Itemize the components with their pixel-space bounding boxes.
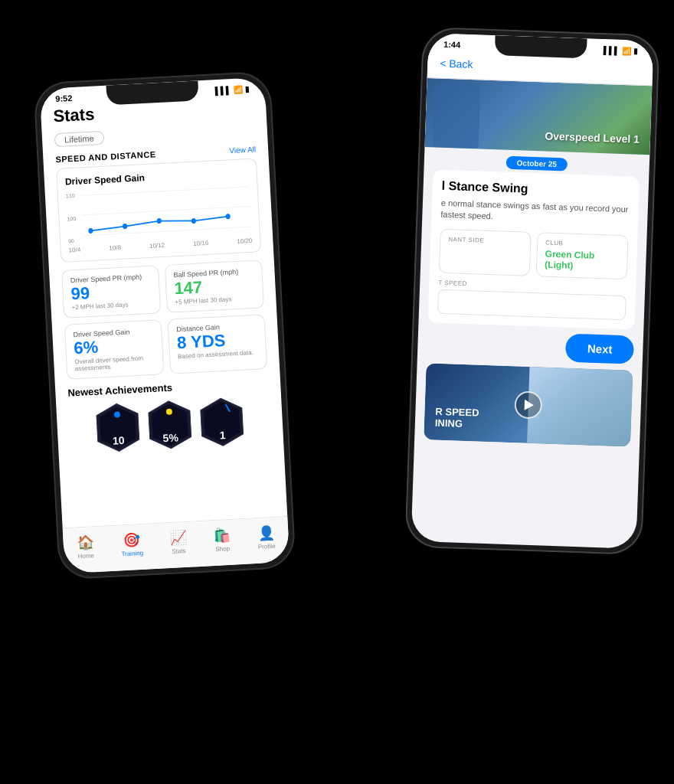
tab-shop-label: Shop [215,545,230,553]
phone2-notch [495,35,587,58]
workout-title: l Stance Swing [441,179,630,200]
stats-grid: Driver Speed PR (mph) 99 +2 MPH last 30 … [61,260,267,380]
club-value: Green Club (Light) [545,248,620,272]
svg-line-1 [82,206,250,215]
tab-home[interactable]: 🏠 Home [77,534,95,560]
video-card[interactable]: R SPEED INING [424,363,633,446]
play-triangle-icon [525,400,534,410]
hero-banner: Overspeed Level 1 [424,78,652,155]
svg-line-0 [81,187,250,196]
phone2-scroll-content: Overspeed Level 1 October 25 l Stance Sw… [414,78,653,453]
tab-stats-label: Stats [172,547,186,555]
ball-speed-pr-card: Ball Speed PR (mph) 147 +5 MPH last 30 d… [165,260,264,313]
training-icon: 🎯 [123,531,140,549]
badges-row: 10 5% [68,394,271,456]
dominant-side-label: nant side [448,236,522,245]
home-icon: 🏠 [77,534,94,551]
chart-y-labels: 110 100 90 [66,191,77,246]
driver-speed-pr-card: Driver Speed PR (mph) 99 +2 MPH last 30 … [61,265,161,318]
badge-10-value: 10 [113,434,125,447]
tab-stats[interactable]: 📈 Stats [169,529,188,555]
club-field[interactable]: CLUB Green Club (Light) [536,232,629,279]
wifi-icon: 📶 [234,85,244,94]
phone2-training: 1:44 ▌▌▌ 📶 ▮ < Back Overspeed Level 1 Oc… [404,27,660,555]
video-overlay-text: R SPEED INING [435,405,479,430]
speed-section-title: SPEED AND DISTANCE [55,149,156,164]
svg-point-7 [225,214,230,219]
tab-profile-label: Profile [258,543,276,550]
tab-shop[interactable]: 🛍️ Shop [213,527,231,553]
badge-5pct-value: 5% [162,431,178,444]
distance-value: 8 YDS [177,331,258,351]
phone1-time: 9:52 [55,93,73,103]
club-label: CLUB [545,239,620,248]
workout-fields: nant side CLUB Green Club (Light) [439,229,629,280]
hero-golfer-silhouette [432,82,480,149]
battery-icon: ▮ [245,84,250,93]
phone1-tabbar: 🏠 Home 🎯 Training 📈 Stats 🛍️ Shop 👤 Prof… [63,516,290,573]
phone2-wifi-icon: 📶 [622,46,631,54]
speed-field: t Speed [437,279,627,320]
shop-icon: 🛍️ [213,527,231,544]
video-text-line1: R SPEED [435,405,479,418]
svg-point-3 [88,228,93,234]
badge-1-value: 1 [219,429,226,441]
svg-point-5 [157,218,162,224]
dominant-side-value [448,245,522,247]
phone2-signal-icon: ▌▌▌ [604,46,620,55]
svg-point-6 [191,218,196,224]
next-button[interactable]: Next [565,333,634,364]
lifetime-filter[interactable]: Lifetime [54,131,104,147]
stats-icon: 📈 [169,529,187,547]
phone2-status-icons: ▌▌▌ 📶 ▮ [604,46,639,56]
driver-gain-value: 6% [74,336,155,357]
hero-title: Overspeed Level 1 [545,129,640,145]
profile-icon: 👤 [257,524,275,542]
dominant-side-field[interactable]: nant side [439,229,532,276]
golfer-image [527,367,633,447]
next-button-row: Next [427,328,634,364]
back-button[interactable]: < Back [440,57,473,70]
video-background: R SPEED INING [424,363,633,446]
badge-5pct: 5% [146,398,193,451]
workout-card: l Stance Swing e normal stance swings as… [427,169,640,329]
svg-point-4 [123,224,127,229]
badge-10: 10 [94,401,141,454]
video-text-line2: INING [435,417,463,430]
tab-training-label: Training [121,550,143,557]
phone1-stats: 9:52 ▌▌▌ 📶 ▮ Stats Lifetime SPEED AND DI… [33,70,296,580]
phone2-time: 1:44 [443,40,460,50]
phone2-battery-icon: ▮ [633,47,638,55]
phone1-content: Stats Lifetime SPEED AND DISTANCE View A… [41,96,283,456]
driver-speed-chart-card: Driver Speed Gain 110 100 90 [56,158,261,263]
tab-home-label: Home [77,552,94,560]
date-badge: October 25 [506,156,568,172]
chart-area: 110 100 90 [66,182,252,245]
distance-gain-card: Distance Gain 8 YDS Based on assessment … [168,314,268,374]
driver-speed-value: 99 [70,282,152,302]
badge-1: 1 [198,396,245,449]
speed-input[interactable] [437,289,627,320]
signal-icon: ▌▌▌ [214,86,231,95]
view-all-link[interactable]: View All [229,145,256,155]
ball-speed-value: 147 [174,276,255,297]
tab-profile[interactable]: 👤 Profile [257,524,275,550]
tab-training[interactable]: 🎯 Training [120,531,143,557]
workout-description: e normal stance swings as fast as you re… [440,198,630,227]
phone1-status-icons: ▌▌▌ 📶 ▮ [214,84,250,94]
driver-speed-gain-card: Driver Speed Gain 6% Overall driver spee… [64,319,165,380]
